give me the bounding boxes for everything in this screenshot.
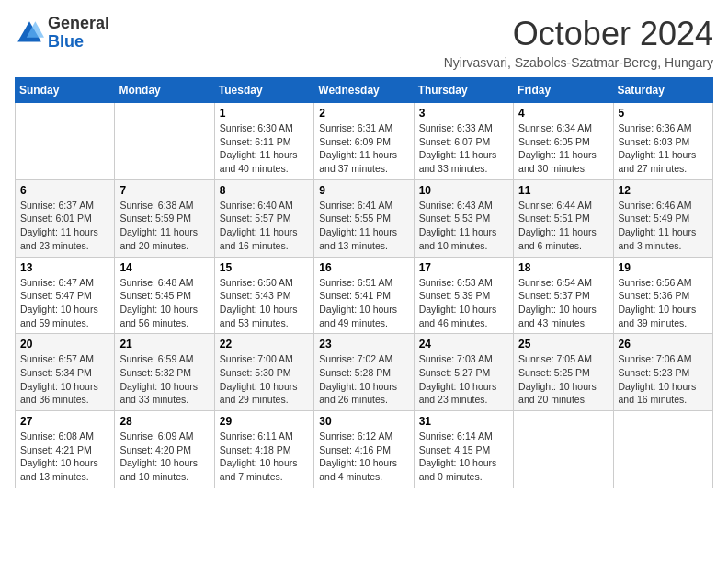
day-number: 15 [220, 261, 309, 274]
weekday-header-thursday: Thursday [414, 78, 513, 103]
day-info: Sunrise: 6:59 AMSunset: 5:32 PMDaylight:… [119, 352, 209, 407]
day-number: 2 [319, 107, 408, 120]
day-info: Sunrise: 7:03 AMSunset: 5:27 PMDaylight:… [419, 352, 508, 407]
day-info: Sunrise: 6:30 AMSunset: 6:11 PMDaylight:… [220, 121, 309, 176]
calendar-header-row: SundayMondayTuesdayWednesdayThursdayFrid… [16, 78, 713, 103]
calendar-cell: 18Sunrise: 6:54 AMSunset: 5:37 PMDayligh… [514, 257, 613, 334]
day-info: Sunrise: 6:46 AMSunset: 5:49 PMDaylight:… [619, 199, 708, 253]
day-number: 17 [419, 261, 508, 274]
day-number: 30 [319, 415, 408, 428]
logo-general-text: General [48, 14, 109, 32]
calendar-table: SundayMondayTuesdayWednesdayThursdayFrid… [15, 77, 713, 488]
day-number: 6 [20, 184, 109, 197]
day-number: 29 [220, 415, 309, 428]
calendar-cell: 24Sunrise: 7:03 AMSunset: 5:27 PMDayligh… [414, 334, 513, 411]
day-info: Sunrise: 6:47 AMSunset: 5:47 PMDaylight:… [20, 276, 109, 330]
day-number: 4 [518, 107, 608, 120]
day-number: 28 [119, 415, 209, 428]
day-info: Sunrise: 6:41 AMSunset: 5:55 PMDaylight:… [319, 199, 408, 253]
day-info: Sunrise: 6:40 AMSunset: 5:57 PMDaylight:… [220, 199, 309, 253]
day-number: 23 [319, 338, 408, 350]
calendar-cell: 29Sunrise: 6:11 AMSunset: 4:18 PMDayligh… [214, 411, 313, 488]
weekday-header-sunday: Sunday [16, 78, 115, 103]
day-info: Sunrise: 6:34 AMSunset: 6:05 PMDaylight:… [518, 121, 608, 176]
calendar-week-row: 20Sunrise: 6:57 AMSunset: 5:34 PMDayligh… [16, 334, 713, 411]
day-number: 19 [619, 261, 708, 274]
day-info: Sunrise: 6:31 AMSunset: 6:09 PMDaylight:… [319, 121, 408, 176]
day-info: Sunrise: 6:56 AMSunset: 5:36 PMDaylight:… [619, 276, 708, 330]
day-info: Sunrise: 6:53 AMSunset: 5:39 PMDaylight:… [419, 276, 508, 330]
logo-icon [15, 18, 44, 48]
calendar-cell: 15Sunrise: 6:50 AMSunset: 5:43 PMDayligh… [214, 257, 313, 334]
weekday-header-tuesday: Tuesday [214, 78, 313, 103]
calendar-week-row: 1Sunrise: 6:30 AMSunset: 6:11 PMDaylight… [16, 103, 713, 180]
day-number: 10 [419, 184, 508, 197]
day-number: 8 [220, 184, 309, 197]
calendar-cell: 19Sunrise: 6:56 AMSunset: 5:36 PMDayligh… [613, 257, 712, 334]
calendar-cell: 21Sunrise: 6:59 AMSunset: 5:32 PMDayligh… [115, 334, 214, 411]
day-info: Sunrise: 6:09 AMSunset: 4:20 PMDaylight:… [119, 430, 209, 484]
day-number: 11 [518, 184, 608, 197]
day-info: Sunrise: 7:02 AMSunset: 5:28 PMDaylight:… [319, 352, 408, 407]
day-info: Sunrise: 6:11 AMSunset: 4:18 PMDaylight:… [220, 430, 309, 484]
calendar-cell: 13Sunrise: 6:47 AMSunset: 5:47 PMDayligh… [16, 257, 115, 334]
day-number: 13 [20, 261, 109, 274]
calendar-cell [514, 411, 613, 488]
page-header: General Blue October 2024 Nyirvasvari, S… [15, 15, 713, 70]
day-info: Sunrise: 6:57 AMSunset: 5:34 PMDaylight:… [20, 352, 109, 407]
calendar-cell: 23Sunrise: 7:02 AMSunset: 5:28 PMDayligh… [314, 334, 414, 411]
calendar-week-row: 27Sunrise: 6:08 AMSunset: 4:21 PMDayligh… [16, 411, 713, 488]
day-number: 1 [220, 107, 309, 120]
calendar-week-row: 6Sunrise: 6:37 AMSunset: 6:01 PMDaylight… [16, 179, 713, 257]
day-number: 12 [619, 184, 708, 197]
day-info: Sunrise: 6:38 AMSunset: 5:59 PMDaylight:… [119, 199, 209, 253]
calendar-cell: 27Sunrise: 6:08 AMSunset: 4:21 PMDayligh… [16, 411, 115, 488]
calendar-cell: 22Sunrise: 7:00 AMSunset: 5:30 PMDayligh… [214, 334, 313, 411]
day-info: Sunrise: 6:50 AMSunset: 5:43 PMDaylight:… [220, 276, 309, 330]
calendar-cell: 1Sunrise: 6:30 AMSunset: 6:11 PMDaylight… [214, 103, 313, 180]
calendar-cell [16, 103, 115, 180]
day-info: Sunrise: 7:00 AMSunset: 5:30 PMDaylight:… [220, 352, 309, 407]
day-info: Sunrise: 6:14 AMSunset: 4:15 PMDaylight:… [419, 430, 508, 484]
logo: General Blue [15, 15, 109, 52]
day-info: Sunrise: 6:08 AMSunset: 4:21 PMDaylight:… [20, 430, 109, 484]
month-title: October 2024 [444, 15, 713, 53]
day-number: 21 [119, 338, 209, 350]
day-number: 9 [319, 184, 408, 197]
day-info: Sunrise: 6:51 AMSunset: 5:41 PMDaylight:… [319, 276, 408, 330]
calendar-cell: 17Sunrise: 6:53 AMSunset: 5:39 PMDayligh… [414, 257, 513, 334]
day-info: Sunrise: 6:33 AMSunset: 6:07 PMDaylight:… [419, 121, 508, 176]
calendar-cell: 31Sunrise: 6:14 AMSunset: 4:15 PMDayligh… [414, 411, 513, 488]
calendar-cell: 26Sunrise: 7:06 AMSunset: 5:23 PMDayligh… [613, 334, 712, 411]
day-number: 14 [119, 261, 209, 274]
weekday-header-friday: Friday [514, 78, 613, 103]
title-area: October 2024 Nyirvasvari, Szabolcs-Szatm… [444, 15, 713, 70]
calendar-cell: 10Sunrise: 6:43 AMSunset: 5:53 PMDayligh… [414, 179, 513, 257]
day-info: Sunrise: 6:44 AMSunset: 5:51 PMDaylight:… [518, 199, 608, 253]
calendar-cell: 25Sunrise: 7:05 AMSunset: 5:25 PMDayligh… [514, 334, 613, 411]
day-number: 3 [419, 107, 508, 120]
day-info: Sunrise: 6:36 AMSunset: 6:03 PMDaylight:… [619, 121, 708, 176]
weekday-header-monday: Monday [115, 78, 214, 103]
calendar-cell: 7Sunrise: 6:38 AMSunset: 5:59 PMDaylight… [115, 179, 214, 257]
calendar-cell: 5Sunrise: 6:36 AMSunset: 6:03 PMDaylight… [613, 103, 712, 180]
day-number: 31 [419, 415, 508, 428]
calendar-cell: 2Sunrise: 6:31 AMSunset: 6:09 PMDaylight… [314, 103, 414, 180]
day-info: Sunrise: 7:05 AMSunset: 5:25 PMDaylight:… [518, 352, 608, 407]
location-text: Nyirvasvari, Szabolcs-Szatmar-Bereg, Hun… [444, 55, 713, 70]
day-number: 16 [319, 261, 408, 274]
calendar-cell [613, 411, 712, 488]
day-number: 26 [619, 338, 708, 350]
weekday-header-saturday: Saturday [613, 78, 712, 103]
day-number: 27 [20, 415, 109, 428]
day-number: 20 [20, 338, 109, 350]
day-info: Sunrise: 6:43 AMSunset: 5:53 PMDaylight:… [419, 199, 508, 253]
day-number: 22 [220, 338, 309, 350]
calendar-cell: 8Sunrise: 6:40 AMSunset: 5:57 PMDaylight… [214, 179, 313, 257]
calendar-cell: 16Sunrise: 6:51 AMSunset: 5:41 PMDayligh… [314, 257, 414, 334]
weekday-header-wednesday: Wednesday [314, 78, 414, 103]
logo-blue-text: Blue [48, 32, 84, 51]
day-info: Sunrise: 6:48 AMSunset: 5:45 PMDaylight:… [119, 276, 209, 330]
calendar-cell: 28Sunrise: 6:09 AMSunset: 4:20 PMDayligh… [115, 411, 214, 488]
day-info: Sunrise: 6:37 AMSunset: 6:01 PMDaylight:… [20, 199, 109, 253]
